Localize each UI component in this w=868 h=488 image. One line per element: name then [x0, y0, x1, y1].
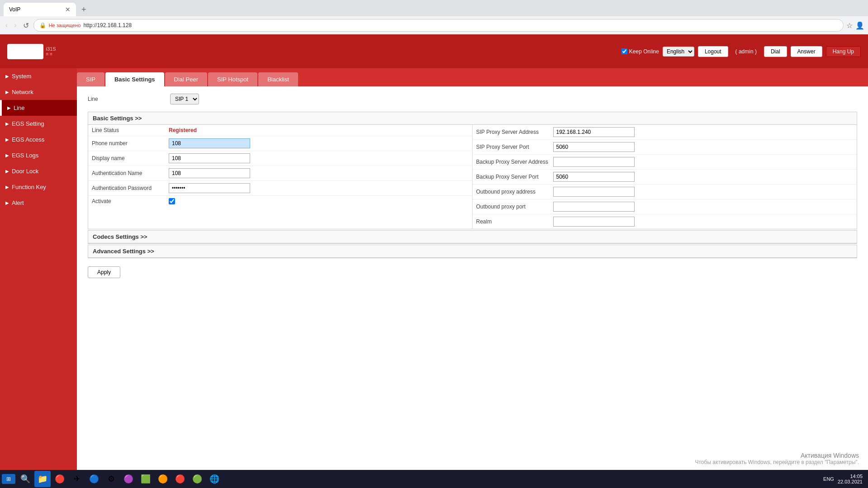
- apply-button[interactable]: Apply: [88, 266, 120, 278]
- logout-button[interactable]: Logout: [698, 46, 728, 57]
- sip-proxy-port-input[interactable]: [553, 142, 635, 152]
- refresh-button[interactable]: ↺: [21, 19, 31, 32]
- auth-name-input[interactable]: [169, 168, 250, 178]
- tabs-bar: SIP Basic Settings Dial Peer SIP Hotspot…: [77, 68, 868, 86]
- advanced-settings-header[interactable]: Advanced Settings >>: [88, 245, 857, 258]
- sidebar-item-function-key[interactable]: ▶ Function Key: [0, 179, 77, 195]
- arrow-icon: ▶: [5, 74, 9, 79]
- header-right: Keep Online English Logout ( admin ) Dia…: [621, 46, 861, 57]
- language-select[interactable]: English: [663, 47, 694, 57]
- profile-icon[interactable]: 👤: [855, 21, 864, 30]
- realm-label: Realm: [476, 218, 553, 225]
- tab-close-button[interactable]: ✕: [65, 6, 71, 13]
- backup-proxy-address-row: Backup Proxy Server Address: [473, 155, 857, 170]
- basic-settings-grid: Line Status Registered Phone number Disp…: [88, 125, 857, 229]
- activate-checkbox[interactable]: [169, 198, 175, 204]
- taskbar-app9-icon[interactable]: 🔴: [172, 471, 188, 487]
- tab-sip[interactable]: SIP: [77, 72, 104, 86]
- sip-proxy-port-label: SIP Proxy Server Port: [476, 144, 553, 150]
- outbound-proxy-port-input[interactable]: [553, 202, 635, 212]
- forward-button[interactable]: ›: [12, 19, 18, 31]
- display-name-row: Display name: [88, 151, 472, 166]
- tab-bar: VoIP ✕ +: [0, 0, 868, 16]
- hang-up-button[interactable]: Hang Up: [826, 46, 861, 57]
- arrow-icon: ▶: [5, 185, 9, 190]
- arrow-icon: ▶: [5, 137, 9, 142]
- outbound-proxy-address-input[interactable]: [553, 187, 635, 197]
- taskbar-opera-icon[interactable]: 🔴: [52, 471, 68, 487]
- taskbar-chrome-icon[interactable]: 🌐: [206, 471, 223, 487]
- tab-title: VoIP: [9, 6, 62, 13]
- sidebar-item-label: Line: [14, 104, 25, 111]
- taskbar-app5-icon[interactable]: ⚙: [103, 471, 119, 487]
- arrow-icon: ▶: [5, 153, 9, 158]
- sidebar-item-egs-setting[interactable]: ▶ EGS Setting: [0, 116, 77, 132]
- sidebar-item-egs-access[interactable]: ▶ EGS Access: [0, 132, 77, 147]
- codecs-settings-header[interactable]: Codecs Settings >>: [88, 231, 857, 243]
- auth-password-label: Authentication Password: [92, 185, 169, 191]
- taskbar-app8-icon[interactable]: 🟠: [155, 471, 171, 487]
- auth-name-row: Authentication Name: [88, 166, 472, 181]
- tab-blacklist[interactable]: Blacklist: [258, 72, 298, 86]
- line-row: Line SIP 1 SIP 2 SIP 3: [88, 94, 857, 104]
- url-box: 🔒 Не защищено http://192.168.1.128: [33, 19, 844, 32]
- taskbar-app4-icon[interactable]: 🔵: [86, 471, 102, 487]
- backup-proxy-port-input[interactable]: [553, 172, 635, 182]
- sidebar-item-door-lock[interactable]: ▶ Door Lock: [0, 163, 77, 179]
- sidebar-item-egs-logs[interactable]: ▶ EGS Logs: [0, 147, 77, 163]
- auth-password-input[interactable]: [169, 183, 250, 193]
- codecs-settings-section: Codecs Settings >>: [88, 230, 857, 244]
- taskbar-app7-icon[interactable]: 🟩: [138, 471, 154, 487]
- arrow-icon: ▶: [5, 169, 9, 174]
- answer-button[interactable]: Answer: [791, 46, 822, 57]
- sidebar-item-network[interactable]: ▶ Network: [0, 84, 77, 100]
- tab-basic-settings[interactable]: Basic Settings: [105, 72, 164, 86]
- url-text[interactable]: http://192.168.1.128: [83, 22, 132, 28]
- browser-tab[interactable]: VoIP ✕: [4, 3, 76, 16]
- keep-online-label: Keep Online: [621, 48, 659, 55]
- sidebar-item-system[interactable]: ▶ System: [0, 68, 77, 84]
- taskbar-search-icon[interactable]: 🔍: [17, 471, 33, 487]
- activate-row: Activate: [88, 196, 472, 207]
- new-tab-button[interactable]: +: [78, 5, 90, 14]
- sip-proxy-address-label: SIP Proxy Server Address: [476, 129, 553, 135]
- sidebar-item-line[interactable]: ▶ Line: [0, 100, 77, 116]
- dial-button[interactable]: Dial: [764, 46, 787, 57]
- left-col: Line Status Registered Phone number Disp…: [88, 125, 473, 229]
- outbound-proxy-address-row: Outbound proxy address: [473, 185, 857, 199]
- bookmark-icon[interactable]: ☆: [846, 21, 853, 30]
- basic-settings-header[interactable]: Basic Settings >>: [88, 112, 857, 125]
- back-button[interactable]: ‹: [4, 19, 9, 31]
- display-name-input[interactable]: [169, 153, 250, 163]
- taskbar-telegram-icon[interactable]: ✈: [69, 471, 85, 487]
- sidebar-item-label: Alert: [12, 199, 24, 206]
- line-status-value: Registered: [169, 127, 197, 133]
- logo-lines: ≡ ≡: [46, 52, 56, 57]
- sidebar-item-label: Function Key: [12, 184, 46, 190]
- taskbar-app6-icon[interactable]: 🟣: [120, 471, 137, 487]
- outbound-proxy-port-label: Outbound proxy port: [476, 204, 553, 210]
- realm-input[interactable]: [553, 217, 635, 227]
- phone-number-input[interactable]: [169, 138, 250, 148]
- outbound-proxy-address-label: Outbound proxy address: [476, 189, 553, 195]
- tab-dial-peer[interactable]: Dial Peer: [165, 72, 207, 86]
- keep-online-checkbox[interactable]: [621, 48, 627, 54]
- sidebar-item-alert[interactable]: ▶ Alert: [0, 195, 77, 211]
- start-button[interactable]: ⊞: [2, 474, 15, 484]
- backup-proxy-port-label: Backup Proxy Server Port: [476, 174, 553, 180]
- line-select[interactable]: SIP 1 SIP 2 SIP 3: [170, 94, 199, 104]
- taskbar: ⊞ 🔍 📁 🔴 ✈ 🔵 ⚙ 🟣 🟩 🟠 🔴 🟢 🌐 ENG 14:05 22.0…: [0, 470, 868, 488]
- browser-chrome: VoIP ✕ + ‹ › ↺ 🔒 Не защищено http://192.…: [0, 0, 868, 34]
- taskbar-right: ENG 14:05 22.03.2021: [823, 474, 866, 484]
- backup-proxy-address-input[interactable]: [553, 157, 635, 167]
- app-header: Fanvil i31S ≡ ≡ Keep Online English Logo…: [0, 34, 868, 68]
- security-warning-icon: 🔒: [39, 22, 46, 28]
- sip-proxy-address-input[interactable]: [553, 127, 635, 137]
- tab-sip-hotspot[interactable]: SIP Hotspot: [208, 72, 257, 86]
- outbound-proxy-port-row: Outbound proxy port: [473, 199, 857, 214]
- backup-proxy-port-row: Backup Proxy Server Port: [473, 170, 857, 185]
- model-label: i31S: [46, 46, 56, 52]
- taskbar-app10-icon[interactable]: 🟢: [189, 471, 205, 487]
- fanvil-logo: Fanvil: [11, 46, 40, 57]
- taskbar-explorer-icon[interactable]: 📁: [34, 471, 51, 487]
